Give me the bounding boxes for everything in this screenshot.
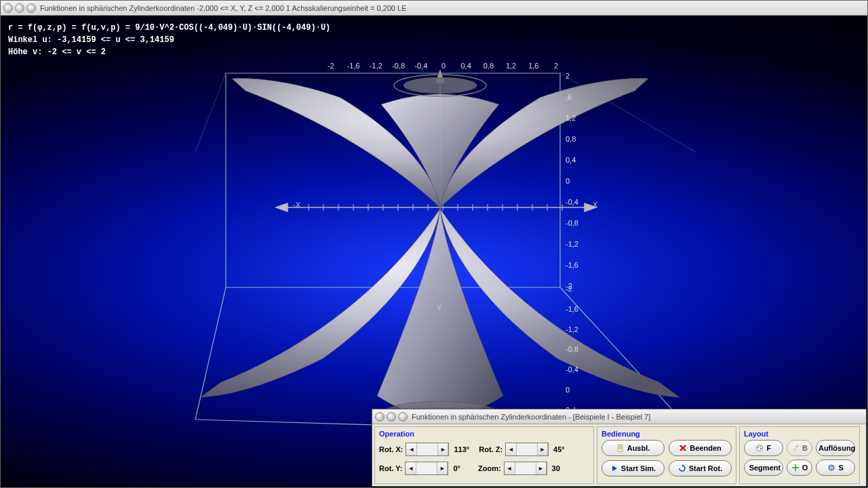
right-tick-label: 1,2 (566, 114, 576, 122)
right-tick-label: ,6 (566, 93, 572, 101)
bedienung-group: Bedienung Ausbl. Beenden Start Sim. Star… (597, 426, 736, 484)
x-icon (679, 444, 687, 452)
f-button[interactable]: F (744, 440, 783, 456)
x-pos-axis-label: X (593, 201, 597, 209)
right-tick-label: 0 (566, 386, 570, 394)
main-title: Funktionen in sphärischen Zylinderkoordi… (40, 4, 406, 12)
b-button[interactable]: B (787, 440, 813, 456)
svg-marker-32 (612, 466, 617, 471)
right-tick-label: -0,8 (566, 345, 578, 353)
right-tick-label: 0,4 (566, 156, 576, 164)
top-tick-label: 1,2 (506, 62, 516, 70)
zoom-dec[interactable]: ◄ (505, 462, 515, 474)
main-titlebar[interactable]: Funktionen in sphärischen Zylinderkoordi… (1, 1, 867, 16)
refresh-icon (678, 464, 686, 472)
top-tick-label: 0,4 (461, 62, 471, 70)
f-label: F (766, 444, 771, 452)
svg-line-38 (796, 445, 798, 447)
rot-y-dec[interactable]: ◄ (406, 462, 416, 474)
rot-y-label: Rot. Y: (379, 464, 402, 472)
svg-point-37 (760, 448, 762, 449)
rot-z-label: Rot. Z: (479, 445, 502, 453)
aufloesung-button[interactable]: Auflösung (816, 440, 855, 456)
layout-title: Layout (744, 430, 855, 438)
s-label: S (838, 464, 843, 472)
svg-point-24 (403, 77, 477, 94)
crosshair-icon (791, 464, 800, 472)
rot-y-spinner[interactable]: ◄ ► (405, 462, 448, 475)
control-window-button-2[interactable] (387, 412, 396, 422)
control-window-button-3[interactable] (398, 412, 408, 422)
top-tick-label: -1,2 (370, 62, 382, 70)
svg-point-34 (757, 445, 763, 451)
beenden-button[interactable]: Beenden (669, 440, 732, 456)
document-icon (616, 444, 625, 452)
top-tick-label: 0,8 (484, 62, 494, 70)
top-tick-label: 0 (441, 62, 446, 70)
svg-point-35 (757, 447, 759, 448)
rot-z-dec[interactable]: ◄ (506, 443, 517, 455)
play-icon (610, 464, 618, 472)
zoom-inc[interactable]: ► (536, 462, 547, 474)
top-tick-label: 2 (554, 62, 558, 70)
operation-group: Operation Rot. X: ◄ ► 113° Rot. Z: ◄ ► 4… (374, 426, 594, 484)
control-window[interactable]: Funktionen in sphärischen Zylinderkoordi… (372, 409, 867, 487)
right-tick-label: 0 (566, 177, 570, 185)
right-tick-label: -1,2 (566, 325, 578, 333)
rot-z-inc[interactable]: ► (537, 443, 548, 455)
right-tick-label: -0,4 (566, 198, 578, 206)
control-titlebar[interactable]: Funktionen in sphärischen Zylinderkoordi… (372, 409, 866, 424)
rot-y-value: 0° (453, 464, 460, 472)
ausbl-label: Ausbl. (627, 444, 650, 452)
rot-x-dec[interactable]: ◄ (406, 443, 417, 455)
svg-marker-1 (276, 203, 288, 211)
s-button[interactable]: S (816, 460, 855, 476)
right-tick-label: 0,8 (566, 135, 576, 143)
top-tick-label: -0,8 (392, 62, 405, 70)
aufloesung-label: Auflösung (818, 444, 855, 452)
svg-point-51 (829, 465, 834, 470)
y-axis-label: Y (437, 304, 441, 312)
ausbl-button[interactable]: Ausbl. (601, 440, 665, 456)
rot-y-inc[interactable]: ► (437, 462, 448, 474)
sphere-icon (827, 464, 835, 472)
start-sim-button[interactable]: Start Sim. (601, 460, 665, 476)
right-tick-label: -0,8 (566, 219, 578, 227)
rot-x-inc[interactable]: ► (437, 443, 448, 455)
x-neg-axis-label: -X (293, 201, 300, 209)
window-button-3[interactable] (26, 3, 36, 13)
top-tick-label: -0,4 (414, 62, 427, 70)
right-tick-label: -0,4 (566, 365, 578, 373)
top-tick-label: -2 (328, 62, 334, 70)
control-window-button-1[interactable] (375, 412, 384, 422)
rot-z-spinner[interactable]: ◄ ► (505, 443, 549, 456)
segment-label: Segment (749, 464, 781, 472)
svg-point-36 (760, 446, 761, 447)
window-button-2[interactable] (15, 3, 24, 13)
panel-area: Operation Rot. X: ◄ ► 113° Rot. Z: ◄ ► 4… (372, 424, 866, 486)
right-tick-label: -1,2 (566, 240, 578, 248)
zoom-spinner[interactable]: ◄ ► (504, 462, 547, 475)
brush-icon (791, 444, 800, 452)
right-tick-label: -1,6 (566, 305, 578, 313)
rot-x-value: 113° (454, 445, 469, 453)
rot-z-value: 45° (553, 445, 565, 453)
svg-marker-33 (682, 464, 684, 467)
top-tick-label: -1,6 (347, 62, 360, 70)
o-label: O (802, 464, 808, 472)
palette-icon (755, 444, 764, 452)
zoom-label: Zoom: (478, 464, 501, 472)
right-tick-label: -2 (566, 285, 572, 293)
b-label: B (802, 444, 808, 452)
start-sim-label: Start Sim. (621, 464, 656, 472)
start-rot-label: Start Rot. (689, 464, 723, 472)
rot-x-spinner[interactable]: ◄ ► (406, 443, 449, 456)
control-title: Funktionen in sphärischen Zylinderkoordi… (412, 413, 650, 421)
layout-group: Layout F B Auflösung Segment (739, 426, 860, 484)
beenden-label: Beenden (690, 444, 721, 452)
segment-button[interactable]: Segment (744, 460, 783, 476)
o-button[interactable]: O (787, 460, 813, 476)
window-button-1[interactable] (3, 3, 13, 13)
right-tick-label: -1,6 (566, 261, 578, 269)
start-rot-button[interactable]: Start Rot. (669, 460, 732, 476)
